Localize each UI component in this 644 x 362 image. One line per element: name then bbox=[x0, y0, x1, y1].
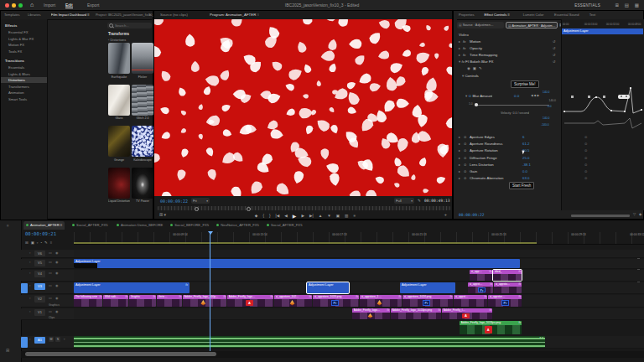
zoom-level-select[interactable]: Fit▾ bbox=[191, 198, 210, 204]
track-select-v3[interactable]: V3 bbox=[34, 283, 45, 290]
clip[interactable]: Adobe_Firefly_logo_1024px.pngfx bbox=[391, 308, 441, 319]
clip[interactable]: Verte…fx bbox=[157, 295, 182, 307]
step-back-icon[interactable]: ◀ bbox=[284, 214, 288, 218]
slider-handle[interactable] bbox=[475, 103, 478, 106]
eye-icon[interactable]: ◉ bbox=[55, 251, 59, 255]
source-clip-pill[interactable]: ▤ Source · Adjustmen… bbox=[457, 22, 504, 28]
browser-filter[interactable]: ‹ Distortions bbox=[108, 38, 126, 42]
stopwatch-icon[interactable]: ⊙ bbox=[464, 163, 467, 167]
expand-arrow-icon[interactable]: ▸ bbox=[459, 148, 460, 153]
effect-thumb-glitch[interactable]: Glitch 2.0 bbox=[132, 85, 153, 122]
sidebar-item-essential-fx[interactable]: Essential FX bbox=[1, 29, 47, 36]
clip[interactable]: Wild radii…fx bbox=[103, 295, 128, 307]
mark-out-icon[interactable]: } bbox=[269, 214, 271, 218]
track-output-icon[interactable]: ▭ bbox=[49, 271, 52, 275]
ec-timecode[interactable]: 00:00:09:22 bbox=[459, 213, 484, 217]
ec-row-opacity[interactable]: ▸fxOpacity↺ bbox=[459, 46, 559, 52]
effect-thumb-flicker[interactable]: Flicker bbox=[132, 43, 153, 80]
expand-arrow-icon[interactable]: ▸ bbox=[459, 163, 460, 167]
sidebar-item-smart-tools[interactable]: Smart Tools bbox=[1, 96, 47, 102]
ec-param-diffraction-fringe[interactable]: ▸⊙Diffraction Fringe25.0⊙ bbox=[459, 156, 643, 162]
lock-icon[interactable]: ▫ bbox=[29, 251, 30, 255]
ec-param-lens-distortion[interactable]: ▸⊙Lens Distortion-38.1⊙ bbox=[459, 163, 643, 168]
ec-param-aperture-edges[interactable]: ▸⊙Aperture Edges6⊙ bbox=[459, 135, 643, 141]
mark-in-icon[interactable]: { bbox=[262, 214, 264, 218]
ec-hscrollbar[interactable] bbox=[571, 215, 630, 217]
track-select-v1[interactable]: V1 bbox=[34, 309, 45, 316]
mask-pen-icon[interactable]: ✎ bbox=[479, 66, 485, 70]
ec-param-aperture-roundness[interactable]: ▸⊙Aperture Roundness61.2⊙ bbox=[459, 142, 643, 147]
panel-tab-templates[interactable]: Templates bbox=[4, 13, 25, 17]
tab-properties[interactable]: Properties bbox=[459, 13, 475, 17]
lock-icon[interactable]: ▫ bbox=[29, 271, 30, 275]
lock-icon[interactable]: ▫ bbox=[29, 296, 30, 300]
stopwatch-icon[interactable]: ⊙ bbox=[464, 176, 467, 180]
stopwatch-icon[interactable]: ⊙ bbox=[464, 135, 467, 139]
add-marker-icon[interactable]: ◆ bbox=[255, 214, 258, 218]
panel-menu-icon[interactable]: ≡ bbox=[257, 13, 260, 17]
go-to-out-icon[interactable]: ▶| bbox=[309, 214, 314, 218]
timeline-ruler[interactable]: 00:00:09:1400:00:13:1400:00:17:1300:00:2… bbox=[74, 232, 644, 245]
tab-essential-sound[interactable]: Essential Sound bbox=[554, 13, 579, 17]
track-header-v6[interactable]: ▫V6▭◉ bbox=[21, 250, 74, 258]
effect-thumb-earthquake[interactable]: Earthquake bbox=[108, 43, 130, 80]
lane-stopwatch-icon[interactable]: ⊙ bbox=[584, 135, 588, 139]
eye-icon[interactable]: ◉ bbox=[55, 283, 59, 287]
timeline-tab-animation-after[interactable]: Animation_AFTER ≡ bbox=[23, 221, 65, 230]
keyframe-diamond[interactable] bbox=[571, 96, 574, 98]
ec-reset-icon[interactable]: ↺ bbox=[553, 46, 556, 50]
marker[interactable] bbox=[195, 207, 199, 211]
clip[interactable]: ai_appstore_102…fx bbox=[274, 295, 312, 307]
stopwatch-icon[interactable]: ⊙ bbox=[464, 156, 467, 160]
blur-amount-value[interactable]: 0.0 bbox=[514, 94, 519, 98]
clip[interactable]: Adobe_Firefly_logo_1024px.pngfxA bbox=[460, 321, 522, 334]
clip[interactable]: ai_appstore_1024.pngfxPr bbox=[313, 295, 359, 307]
clip[interactable]: Adobe_Firefly_l…fxA bbox=[442, 308, 492, 319]
lift-icon[interactable]: ▲ bbox=[319, 214, 323, 218]
lane-stopwatch-icon[interactable]: ⊙ bbox=[584, 156, 588, 160]
panel-tab-film-impact-dashboard[interactable]: Film Impact Dashboard ≡ bbox=[51, 13, 93, 17]
clip[interactable]: ai_appstor…fxPr bbox=[488, 295, 522, 307]
clip-audio[interactable]: ≡ ≡ bbox=[74, 336, 545, 348]
clip[interactable]: ai_appst…fxPr bbox=[468, 282, 493, 293]
expand-arrow-icon[interactable]: ▸ bbox=[459, 135, 460, 139]
mute-button[interactable]: M bbox=[49, 337, 54, 342]
track-select-v2[interactable]: V2 bbox=[34, 296, 45, 303]
lane-stopwatch-icon[interactable]: ⊙ bbox=[584, 148, 588, 153]
tab-text[interactable]: Text bbox=[589, 13, 596, 17]
ec-param-value[interactable]: 6 bbox=[522, 135, 524, 139]
solo-button[interactable]: S bbox=[55, 337, 60, 342]
clip[interactable]: Graphicfx bbox=[129, 295, 156, 307]
go-to-in-icon[interactable]: |◀ bbox=[275, 214, 279, 218]
sidebar-item-transformers[interactable]: Transformers bbox=[1, 83, 47, 90]
lane-stopwatch-icon[interactable]: ⊙ bbox=[584, 163, 588, 167]
stopwatch-icon[interactable]: ⊙ bbox=[464, 169, 467, 173]
lock-icon[interactable]: ▫ bbox=[29, 260, 30, 264]
track-header-v1[interactable]: ▫V1▭◉Clips bbox=[21, 308, 74, 320]
extract-icon[interactable]: ▼ bbox=[327, 214, 331, 218]
workspace-label[interactable]: ESSENTIALS bbox=[574, 3, 600, 8]
track-header-v5[interactable]: ▫V5▭◉ bbox=[21, 259, 74, 269]
stopwatch-icon[interactable]: ⊙ bbox=[464, 148, 467, 153]
expand-arrow-icon[interactable]: ▸ bbox=[459, 39, 460, 44]
playback-resolution-select[interactable]: Full▾ bbox=[394, 198, 414, 204]
export-frame-icon[interactable]: ▣ bbox=[336, 214, 340, 218]
ec-row-motion[interactable]: ▸fxMotion↺ bbox=[459, 39, 559, 45]
effect-thumb-glass[interactable]: Glass bbox=[108, 85, 130, 122]
clip[interactable]: The following anim…fx bbox=[74, 295, 102, 307]
ec-row-time-remapping[interactable]: ▸fxTime Remapping↺ bbox=[459, 53, 559, 59]
keyframe-nav[interactable]: ◀ ◆ ▶ bbox=[531, 94, 539, 97]
program-monitor-tab[interactable]: Program: Animation_AFTER ≡ bbox=[210, 13, 259, 17]
mask-rect-icon[interactable]: ▣ bbox=[473, 66, 479, 70]
clip[interactable]: ai_app…fx bbox=[470, 270, 492, 281]
sidebar-item-essentials[interactable]: Essentials bbox=[1, 65, 47, 71]
sidebar-item-distortions[interactable]: Distortions bbox=[1, 77, 47, 84]
track-output-icon[interactable]: ▭ bbox=[49, 251, 52, 255]
eye-icon[interactable]: ◉ bbox=[55, 260, 59, 264]
monitor-scrubber[interactable] bbox=[158, 206, 450, 210]
play-icon[interactable]: ▶ bbox=[293, 213, 297, 219]
ec-reset-icon[interactable]: ↺ bbox=[553, 59, 556, 64]
clip[interactable]: ai_appstore_1024.pngfxPr bbox=[402, 295, 453, 307]
effect-eye-icon[interactable]: ◉ bbox=[467, 66, 473, 70]
lane-stopwatch-icon[interactable]: ⊙ bbox=[584, 176, 588, 180]
